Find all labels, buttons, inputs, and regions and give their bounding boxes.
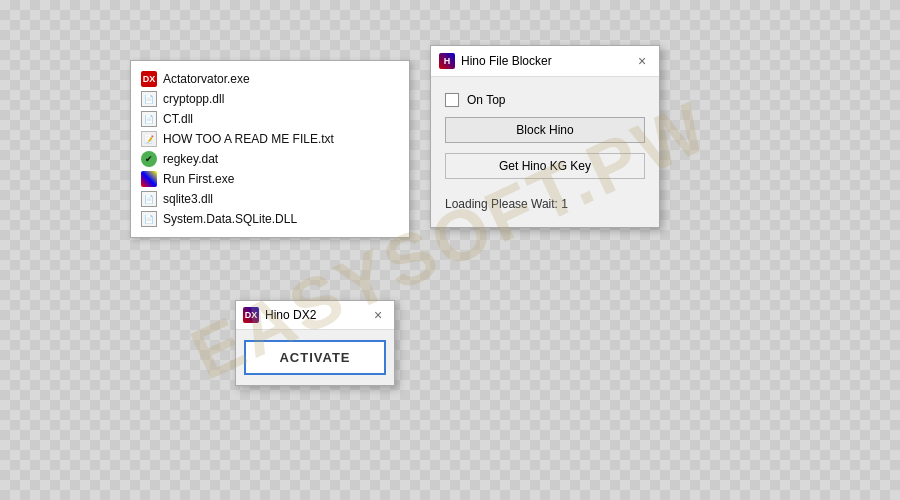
file-name: regkey.dat bbox=[163, 152, 218, 166]
list-item: 📄 sqlite3.dll bbox=[135, 189, 405, 209]
txt-icon: 📝 bbox=[141, 131, 157, 147]
dat-icon: ✔ bbox=[141, 151, 157, 167]
dx2-titlebar: DX Hino DX2 × bbox=[236, 301, 394, 330]
file-name: System.Data.SQLite.DLL bbox=[163, 212, 297, 226]
list-item: 📄 CT.dll bbox=[135, 109, 405, 129]
dx2-close-button[interactable]: × bbox=[369, 306, 387, 324]
close-button[interactable]: × bbox=[633, 52, 651, 70]
on-top-row: On Top bbox=[445, 93, 645, 107]
list-item: 📝 HOW TOO A READ ME FILE.txt bbox=[135, 129, 405, 149]
hino-dx2-dialog: DX Hino DX2 × ACTIVATE bbox=[235, 300, 395, 386]
file-name: Run First.exe bbox=[163, 172, 234, 186]
dll-icon: 📄 bbox=[141, 111, 157, 127]
dx2-title: Hino DX2 bbox=[265, 308, 316, 322]
dll-icon: 📄 bbox=[141, 211, 157, 227]
list-item: DX Actatorvator.exe bbox=[135, 69, 405, 89]
on-top-label: On Top bbox=[467, 93, 505, 107]
hino-title-icon: H bbox=[439, 53, 455, 69]
titlebar-left: H Hino File Blocker bbox=[439, 53, 552, 69]
dll-icon: 📄 bbox=[141, 191, 157, 207]
status-text: Loading Please Wait: 1 bbox=[445, 197, 645, 211]
dx2-body: ACTIVATE bbox=[236, 330, 394, 385]
file-name: HOW TOO A READ ME FILE.txt bbox=[163, 132, 334, 146]
dx-icon: DX bbox=[141, 71, 157, 87]
list-item: 📄 System.Data.SQLite.DLL bbox=[135, 209, 405, 229]
run-icon bbox=[141, 171, 157, 187]
hino-blocker-window: H Hino File Blocker × On Top Block Hino … bbox=[430, 45, 660, 228]
dll-icon: 📄 bbox=[141, 91, 157, 107]
on-top-checkbox[interactable] bbox=[445, 93, 459, 107]
list-item: 📄 cryptopp.dll bbox=[135, 89, 405, 109]
list-item: Run First.exe bbox=[135, 169, 405, 189]
dx2-title-icon: DX bbox=[243, 307, 259, 323]
file-name: Actatorvator.exe bbox=[163, 72, 250, 86]
dx2-titlebar-left: DX Hino DX2 bbox=[243, 307, 316, 323]
window-title: Hino File Blocker bbox=[461, 54, 552, 68]
get-key-button[interactable]: Get Hino KG Key bbox=[445, 153, 645, 179]
window-titlebar: H Hino File Blocker × bbox=[431, 46, 659, 77]
file-name: CT.dll bbox=[163, 112, 193, 126]
block-hino-button[interactable]: Block Hino bbox=[445, 117, 645, 143]
list-item: ✔ regkey.dat bbox=[135, 149, 405, 169]
file-name: cryptopp.dll bbox=[163, 92, 224, 106]
activate-button[interactable]: ACTIVATE bbox=[244, 340, 386, 375]
window-body: On Top Block Hino Get Hino KG Key Loadin… bbox=[431, 77, 659, 227]
file-name: sqlite3.dll bbox=[163, 192, 213, 206]
file-list-panel: DX Actatorvator.exe 📄 cryptopp.dll 📄 CT.… bbox=[130, 60, 410, 238]
